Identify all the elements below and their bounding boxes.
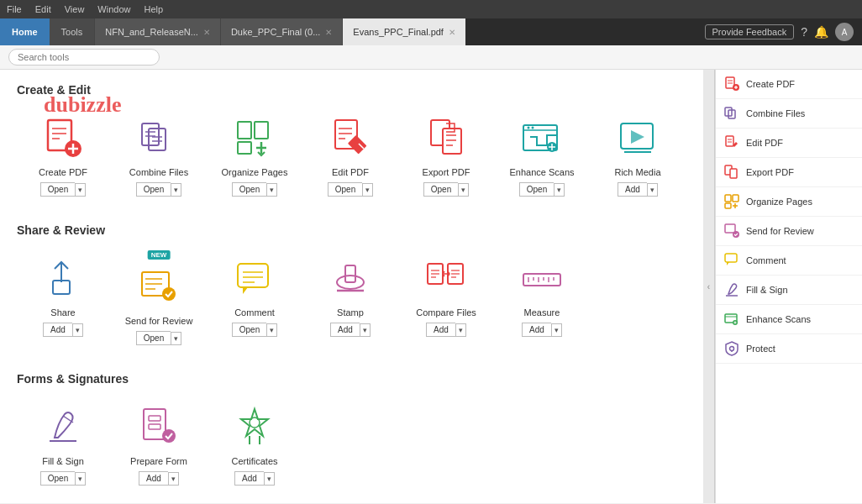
panel-item-fill-sign[interactable]: Fill & Sign: [716, 276, 862, 305]
certificates-add-btn[interactable]: Add: [234, 471, 264, 486]
tab-close-duke[interactable]: ✕: [325, 28, 332, 37]
svg-marker-100: [727, 262, 729, 265]
create-pdf-open-btn[interactable]: Open: [40, 182, 75, 197]
panel-item-combine-files[interactable]: Combine Files: [716, 99, 862, 129]
tool-edit-pdf: Edit PDF Open ▾: [304, 110, 397, 203]
send-review-name: Send for Review: [125, 316, 193, 326]
combine-files-dropdown[interactable]: ▾: [171, 183, 181, 197]
enhance-scans-icon: [520, 117, 564, 160]
create-pdf-dropdown[interactable]: ▾: [75, 183, 86, 197]
panel-item-comment[interactable]: Comment: [716, 246, 862, 276]
main-layout: Create & Edit Create PDF: [0, 70, 862, 503]
enhance-scans-open-btn[interactable]: Open: [519, 182, 554, 197]
panel-item-protect[interactable]: Protect: [716, 334, 862, 364]
search-input[interactable]: [8, 49, 160, 66]
send-review-open-btn[interactable]: Open: [136, 331, 171, 345]
send-review-btn-group: Open ▾: [136, 331, 181, 345]
menu-edit[interactable]: Edit: [35, 4, 51, 14]
comment-dropdown[interactable]: ▾: [266, 323, 277, 337]
panel-item-enhance-scans[interactable]: Enhance Scans: [716, 305, 862, 334]
tool-stamp: Stamp Add ▾: [304, 250, 397, 352]
enhance-scans-name: Enhance Scans: [509, 167, 574, 177]
prepare-form-add-btn[interactable]: Add: [139, 471, 168, 486]
tool-fill-sign: Fill & Sign Open ▾: [17, 399, 109, 492]
tab-nfn[interactable]: NFN_and_ReleaseN... ✕: [94, 18, 220, 45]
svg-point-32: [532, 127, 534, 129]
svg-point-76: [250, 417, 260, 428]
send-review-dropdown[interactable]: ▾: [171, 332, 181, 345]
enhance-scans-dropdown[interactable]: ▾: [554, 183, 565, 197]
combine-files-open-btn[interactable]: Open: [136, 182, 171, 197]
menu-file[interactable]: File: [7, 4, 22, 14]
panel-combine-files-label: Combine Files: [746, 108, 805, 118]
menu-help[interactable]: Help: [144, 4, 163, 14]
tab-home[interactable]: Home: [0, 18, 50, 45]
panel-item-send-review[interactable]: Send for Review: [716, 217, 862, 246]
right-panel-list: Create PDF Combine Files: [716, 70, 862, 503]
create-pdf-btn-group: Open ▾: [40, 182, 86, 197]
tab-close-evans[interactable]: ✕: [449, 28, 455, 37]
panel-edit-pdf-icon: [724, 135, 739, 150]
menu-window[interactable]: Window: [97, 4, 130, 14]
svg-rect-52: [345, 265, 355, 282]
export-pdf-open-btn[interactable]: Open: [423, 182, 458, 197]
create-pdf-icon: [41, 117, 85, 160]
panel-item-edit-pdf[interactable]: Edit PDF: [716, 129, 862, 158]
organize-pages-icon: [233, 117, 276, 160]
export-pdf-dropdown[interactable]: ▾: [458, 183, 469, 197]
tool-certificates: Certificates Add ▾: [208, 399, 301, 492]
stamp-btn-group: Add ▾: [330, 323, 371, 337]
panel-send-review-label: Send for Review: [746, 226, 814, 236]
edit-pdf-open-btn[interactable]: Open: [328, 182, 362, 197]
panel-fill-sign-icon: [724, 282, 739, 297]
measure-dropdown[interactable]: ▾: [551, 323, 562, 337]
notification-icon[interactable]: 🔔: [814, 25, 828, 39]
organize-pages-open-btn[interactable]: Open: [232, 182, 266, 197]
prepare-form-dropdown[interactable]: ▾: [168, 472, 179, 486]
comment-open-btn[interactable]: Open: [232, 323, 266, 337]
tool-rich-media: Rich Media Add ▾: [591, 110, 684, 203]
fill-sign-open-btn[interactable]: Open: [40, 471, 75, 486]
tab-tools[interactable]: Tools: [50, 18, 95, 45]
fill-sign-dropdown[interactable]: ▾: [75, 472, 86, 486]
help-icon[interactable]: ?: [801, 25, 807, 39]
stamp-dropdown[interactable]: ▾: [360, 323, 371, 337]
panel-enhance-scans-label: Enhance Scans: [746, 314, 811, 324]
stamp-add-btn[interactable]: Add: [330, 323, 360, 337]
certificates-dropdown[interactable]: ▾: [264, 472, 275, 486]
menu-view[interactable]: View: [65, 4, 85, 14]
measure-add-btn[interactable]: Add: [522, 323, 551, 337]
edit-pdf-btn-group: Open ▾: [328, 182, 373, 197]
tab-close-nfn[interactable]: ✕: [203, 28, 210, 37]
panel-export-pdf-label: Export PDF: [746, 167, 794, 177]
tool-measure: Measure Add ▾: [496, 250, 588, 352]
rich-media-dropdown[interactable]: ▾: [647, 183, 658, 197]
panel-comment-label: Comment: [746, 255, 786, 265]
avatar[interactable]: A: [835, 23, 854, 41]
share-name: Share: [50, 307, 75, 318]
certificates-icon: [233, 406, 276, 449]
compare-files-add-btn[interactable]: Add: [426, 323, 455, 337]
fill-sign-btn-group: Open ▾: [40, 471, 86, 486]
share-add-btn[interactable]: Add: [43, 323, 72, 337]
send-review-icon: [137, 265, 181, 309]
feedback-button[interactable]: Provide Feedback: [705, 24, 795, 39]
compare-files-dropdown[interactable]: ▾: [455, 323, 466, 337]
certificates-name: Certificates: [231, 456, 277, 466]
new-badge: NEW: [148, 250, 171, 260]
tool-organize-pages: Organize Pages Open ▾: [208, 110, 301, 203]
panel-item-export-pdf[interactable]: Export PDF: [716, 158, 862, 187]
tab-duke[interactable]: Duke_PPC_Final (0... ✕: [220, 18, 342, 45]
rich-media-add-btn[interactable]: Add: [618, 182, 647, 197]
share-dropdown[interactable]: ▾: [72, 323, 83, 337]
create-pdf-name: Create PDF: [39, 167, 87, 177]
organize-pages-dropdown[interactable]: ▾: [266, 183, 277, 197]
edit-pdf-dropdown[interactable]: ▾: [362, 183, 373, 197]
tool-combine-files: Combine Files Open ▾: [113, 110, 205, 203]
tool-share: Share Add ▾: [17, 250, 109, 352]
panel-item-organize-pages[interactable]: Organize Pages: [716, 187, 862, 217]
right-panel-toggle[interactable]: ‹: [703, 70, 715, 503]
panel-item-create-pdf[interactable]: Create PDF: [716, 70, 862, 99]
tab-evans[interactable]: Evans_PPC_Final.pdf ✕: [342, 18, 465, 45]
prepare-form-name: Prepare Form: [130, 456, 187, 466]
